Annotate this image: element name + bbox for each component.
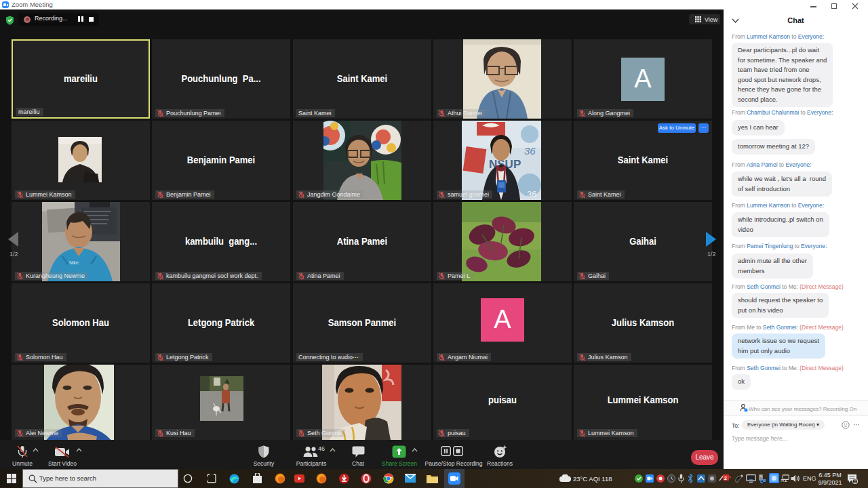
svg-text:Nike: Nike: [69, 260, 79, 265]
svg-text:9: 9: [854, 479, 856, 483]
svg-text:2: 2: [724, 476, 727, 481]
svg-text:36: 36: [527, 189, 536, 199]
svg-text:36: 36: [524, 145, 536, 157]
